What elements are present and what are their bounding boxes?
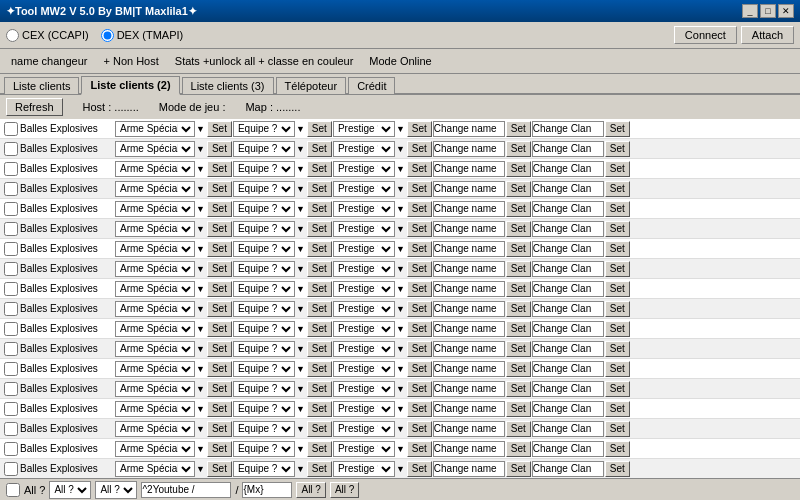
row-change-name-input-0[interactable] <box>433 121 505 137</box>
row-arme-set-btn-13[interactable]: Set <box>207 381 232 397</box>
menu-name-changeur[interactable]: name changeur <box>4 52 94 70</box>
row-change-clan-input-7[interactable] <box>532 261 604 277</box>
row-arme-set-btn-8[interactable]: Set <box>207 281 232 297</box>
row-arme-select-11[interactable]: Arme Spécial ? <box>115 341 195 357</box>
row-arme-select-4[interactable]: Arme Spécial ? <box>115 201 195 217</box>
row-change-name-set-btn-16[interactable]: Set <box>506 441 531 457</box>
row-equipe-set-btn-9[interactable]: Set <box>307 301 332 317</box>
menu-stats[interactable]: Stats +unlock all + classe en couleur <box>168 52 361 70</box>
connect-button[interactable]: Connect <box>674 26 737 44</box>
row-change-name-set-btn-6[interactable]: Set <box>506 241 531 257</box>
row-change-name-set-btn-10[interactable]: Set <box>506 321 531 337</box>
footer-all-btn-1[interactable]: All ? <box>296 482 325 498</box>
row-arme-set-btn-0[interactable]: Set <box>207 121 232 137</box>
row-prestige-select-9[interactable]: Prestige ? <box>333 301 395 317</box>
row-equipe-select-3[interactable]: Equipe ? <box>233 181 295 197</box>
row-equipe-select-8[interactable]: Equipe ? <box>233 281 295 297</box>
row-change-name-set-btn-12[interactable]: Set <box>506 361 531 377</box>
row-prestige-select-7[interactable]: Prestige ? <box>333 261 395 277</box>
row-prestige-set-btn-0[interactable]: Set <box>407 121 432 137</box>
row-change-name-set-btn-15[interactable]: Set <box>506 421 531 437</box>
row-arme-select-17[interactable]: Arme Spécial ? <box>115 461 195 477</box>
row-equipe-set-btn-4[interactable]: Set <box>307 201 332 217</box>
cex-radio[interactable] <box>6 29 19 42</box>
row-arme-select-16[interactable]: Arme Spécial ? <box>115 441 195 457</box>
row-change-name-input-14[interactable] <box>433 401 505 417</box>
row-prestige-select-1[interactable]: Prestige ? <box>333 141 395 157</box>
row-change-name-input-7[interactable] <box>433 261 505 277</box>
row-change-clan-input-9[interactable] <box>532 301 604 317</box>
row-prestige-set-btn-6[interactable]: Set <box>407 241 432 257</box>
row-prestige-select-4[interactable]: Prestige ? <box>333 201 395 217</box>
row-arme-set-btn-12[interactable]: Set <box>207 361 232 377</box>
row-prestige-set-btn-14[interactable]: Set <box>407 401 432 417</box>
row-change-clan-input-0[interactable] <box>532 121 604 137</box>
row-checkbox-0[interactable] <box>4 122 18 136</box>
row-prestige-set-btn-12[interactable]: Set <box>407 361 432 377</box>
row-change-clan-set-btn-17[interactable]: Set <box>605 461 630 477</box>
row-arme-select-10[interactable]: Arme Spécial ? <box>115 321 195 337</box>
tab-credit[interactable]: Crédit <box>348 77 395 94</box>
row-change-clan-input-8[interactable] <box>532 281 604 297</box>
row-change-clan-set-btn-9[interactable]: Set <box>605 301 630 317</box>
row-change-clan-set-btn-1[interactable]: Set <box>605 141 630 157</box>
row-prestige-select-12[interactable]: Prestige ? <box>333 361 395 377</box>
row-arme-select-5[interactable]: Arme Spécial ? <box>115 221 195 237</box>
row-change-name-input-13[interactable] <box>433 381 505 397</box>
row-equipe-set-btn-3[interactable]: Set <box>307 181 332 197</box>
row-equipe-select-13[interactable]: Equipe ? <box>233 381 295 397</box>
row-arme-set-btn-10[interactable]: Set <box>207 321 232 337</box>
row-equipe-set-btn-12[interactable]: Set <box>307 361 332 377</box>
row-prestige-select-14[interactable]: Prestige ? <box>333 401 395 417</box>
row-arme-select-9[interactable]: Arme Spécial ? <box>115 301 195 317</box>
row-change-clan-set-btn-8[interactable]: Set <box>605 281 630 297</box>
row-equipe-select-5[interactable]: Equipe ? <box>233 221 295 237</box>
row-prestige-set-btn-7[interactable]: Set <box>407 261 432 277</box>
row-prestige-set-btn-16[interactable]: Set <box>407 441 432 457</box>
row-change-name-input-5[interactable] <box>433 221 505 237</box>
row-change-name-input-2[interactable] <box>433 161 505 177</box>
row-arme-set-btn-14[interactable]: Set <box>207 401 232 417</box>
row-change-clan-set-btn-13[interactable]: Set <box>605 381 630 397</box>
row-checkbox-8[interactable] <box>4 282 18 296</box>
row-arme-select-1[interactable]: Arme Spécial ? <box>115 141 195 157</box>
row-equipe-set-btn-16[interactable]: Set <box>307 441 332 457</box>
row-arme-select-8[interactable]: Arme Spécial ? <box>115 281 195 297</box>
row-change-name-input-17[interactable] <box>433 461 505 477</box>
row-change-clan-input-10[interactable] <box>532 321 604 337</box>
row-change-clan-set-btn-5[interactable]: Set <box>605 221 630 237</box>
tab-liste-clients[interactable]: Liste clients <box>4 77 79 94</box>
row-checkbox-14[interactable] <box>4 402 18 416</box>
row-equipe-select-2[interactable]: Equipe ? <box>233 161 295 177</box>
row-change-clan-set-btn-3[interactable]: Set <box>605 181 630 197</box>
row-arme-set-btn-1[interactable]: Set <box>207 141 232 157</box>
row-change-clan-set-btn-15[interactable]: Set <box>605 421 630 437</box>
row-prestige-set-btn-9[interactable]: Set <box>407 301 432 317</box>
row-change-name-input-4[interactable] <box>433 201 505 217</box>
row-arme-set-btn-17[interactable]: Set <box>207 461 232 477</box>
row-checkbox-7[interactable] <box>4 262 18 276</box>
footer-youtube-input[interactable] <box>141 482 231 498</box>
row-arme-set-btn-5[interactable]: Set <box>207 221 232 237</box>
row-change-name-input-16[interactable] <box>433 441 505 457</box>
row-change-name-set-btn-1[interactable]: Set <box>506 141 531 157</box>
row-change-name-set-btn-17[interactable]: Set <box>506 461 531 477</box>
row-equipe-set-btn-15[interactable]: Set <box>307 421 332 437</box>
footer-select-2[interactable]: All ? <box>95 481 137 499</box>
row-change-clan-input-1[interactable] <box>532 141 604 157</box>
row-checkbox-1[interactable] <box>4 142 18 156</box>
row-change-clan-set-btn-0[interactable]: Set <box>605 121 630 137</box>
row-change-clan-input-16[interactable] <box>532 441 604 457</box>
footer-all-btn-2[interactable]: All ? <box>330 482 359 498</box>
tab-telepoteur[interactable]: Télépoteur <box>276 77 347 94</box>
row-equipe-select-11[interactable]: Equipe ? <box>233 341 295 357</box>
row-change-clan-input-4[interactable] <box>532 201 604 217</box>
row-equipe-set-btn-1[interactable]: Set <box>307 141 332 157</box>
row-prestige-set-btn-5[interactable]: Set <box>407 221 432 237</box>
row-prestige-select-6[interactable]: Prestige ? <box>333 241 395 257</box>
row-arme-set-btn-4[interactable]: Set <box>207 201 232 217</box>
row-change-clan-input-11[interactable] <box>532 341 604 357</box>
row-change-name-set-btn-11[interactable]: Set <box>506 341 531 357</box>
row-checkbox-4[interactable] <box>4 202 18 216</box>
row-change-clan-input-12[interactable] <box>532 361 604 377</box>
